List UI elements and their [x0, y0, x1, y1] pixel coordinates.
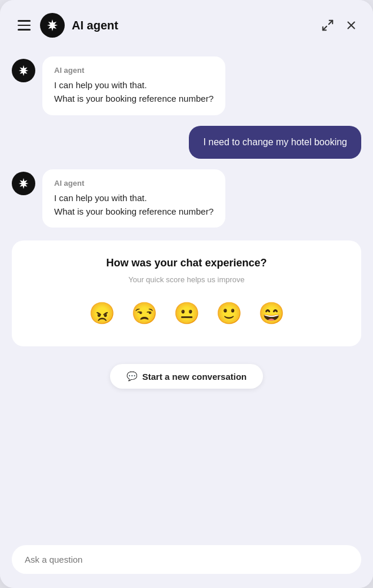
new-conversation-label: Start a new conversation [142, 372, 247, 382]
agent-text-2: I can help you with that.What is your bo… [54, 191, 214, 219]
emoji-row: 😠 😒 😐 🙂 😄 [85, 297, 288, 330]
emoji-very-angry[interactable]: 😠 [85, 297, 118, 330]
agent-name-1: AI agent [54, 66, 214, 75]
agent-name-2: AI agent [54, 179, 214, 188]
agent-bubble-2: AI agent I can help you with that.What i… [42, 169, 225, 228]
agent-message-1: AI agent I can help you with that.What i… [12, 56, 361, 115]
user-bubble-1: I need to change my hotel booking [189, 126, 361, 159]
agent-logo-icon [40, 13, 65, 38]
rating-card: How was your chat experience? Your quick… [12, 240, 361, 346]
header-title: AI agent [72, 19, 118, 32]
agent-bubble-1: AI agent I can help you with that.What i… [42, 56, 225, 115]
header: AI agent [0, 0, 373, 47]
agent-text-1: I can help you with that.What is your bo… [54, 78, 214, 106]
header-right [321, 19, 358, 32]
rating-title: How was your chat experience? [106, 257, 267, 269]
new-conversation-button[interactable]: 💬 Start a new conversation [110, 364, 264, 389]
chat-input[interactable] [25, 554, 348, 564]
expand-icon[interactable] [321, 19, 334, 32]
new-conversation-icon: 💬 [126, 371, 138, 382]
input-wrapper [12, 545, 361, 574]
agent-message-2: AI agent I can help you with that.What i… [12, 169, 361, 228]
rating-subtitle: Your quick score helps us improve [128, 275, 245, 284]
menu-icon[interactable] [15, 18, 33, 33]
chat-window: AI agent [0, 0, 373, 588]
user-message-1: I need to change my hotel booking [12, 126, 361, 159]
user-text-1: I need to change my hotel booking [203, 135, 347, 149]
agent-avatar-1 [12, 59, 35, 82]
emoji-frowning[interactable]: 😒 [128, 297, 161, 330]
emoji-grinning[interactable]: 😄 [255, 297, 288, 330]
chat-area: AI agent I can help you with that.What i… [0, 47, 373, 536]
header-left: AI agent [15, 13, 118, 38]
chat-spacer [12, 409, 361, 526]
close-icon[interactable] [345, 19, 358, 32]
new-conversation-container: 💬 Start a new conversation [12, 359, 361, 398]
emoji-smiling[interactable]: 🙂 [212, 297, 245, 330]
input-area [0, 536, 373, 588]
agent-avatar-2 [12, 172, 35, 195]
emoji-neutral[interactable]: 😐 [170, 297, 203, 330]
